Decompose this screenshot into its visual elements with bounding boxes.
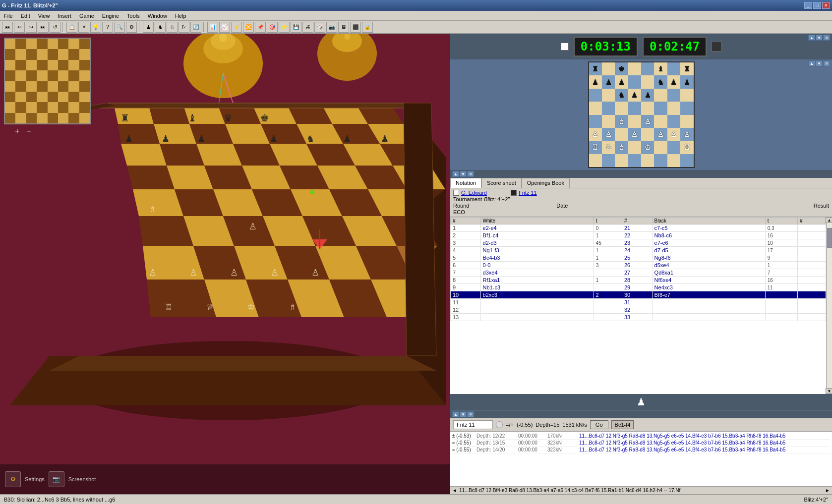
clock-panel-close[interactable]: ✕ — [823, 35, 830, 41]
tab-openings-book[interactable]: Openings Book — [522, 178, 570, 188]
line-moves[interactable]: 11...Bc8-d7 12.Nf3-g5 Ra8-d8 13.Ng5-g5 e… — [579, 440, 785, 446]
menu-insert[interactable]: Insert — [54, 12, 75, 20]
white-move[interactable]: d3xe4 — [480, 269, 594, 277]
white-move[interactable]: b2xc3 — [480, 291, 594, 299]
zoom-out-button[interactable]: − — [26, 127, 31, 136]
black-move[interactable]: Bf8-e7 — [652, 291, 765, 299]
minimize-button[interactable]: _ — [804, 2, 812, 9]
line-moves[interactable]: 11...Bc8-d7 12.Nf3-g5 Ra8-d8 13.Ng5-g5 e… — [579, 433, 785, 439]
clock-panel-scroll-down[interactable]: ▼ — [816, 35, 823, 41]
menu-tools[interactable]: Tools — [123, 12, 144, 20]
tb-btn-1[interactable]: ⏮ — [2, 22, 13, 33]
go-button[interactable]: Go — [590, 420, 608, 429]
tb-btn-29[interactable]: ⬛ — [350, 22, 361, 33]
engine-panel-scroll-up[interactable]: ▲ — [452, 411, 459, 417]
white-move[interactable] — [480, 314, 594, 321]
tb-btn-25[interactable]: 🖨 — [302, 22, 313, 33]
black-move[interactable]: d5xe4 — [652, 262, 765, 269]
tb-btn-5[interactable]: ↺ — [50, 22, 60, 33]
menu-engine[interactable]: Engine — [98, 12, 123, 20]
black-move[interactable] — [652, 306, 765, 314]
scroll-thumb[interactable] — [827, 228, 832, 248]
close-button[interactable]: ✕ — [822, 2, 830, 9]
menu-file[interactable]: File — [0, 12, 17, 20]
tb-btn-19[interactable]: ⚡ — [231, 22, 242, 33]
clock-checkbox[interactable] — [561, 43, 569, 51]
black-move[interactable]: Nf6xe4 — [652, 277, 765, 284]
tb-btn-8[interactable]: 💡 — [90, 22, 101, 33]
engine-panel-scroll-down[interactable]: ▼ — [460, 411, 467, 417]
line-moves[interactable]: 11...Bc8-d7 12.Nf3-g5 Ra8-d8 13.Ng5-g5 e… — [579, 447, 785, 452]
menu-window[interactable]: Window — [144, 12, 171, 20]
clock-stop-button[interactable] — [712, 42, 721, 52]
black-player-link[interactable]: Fritz 11 — [519, 190, 537, 196]
white-move[interactable]: 0-0 — [480, 262, 594, 269]
white-move[interactable] — [480, 299, 594, 306]
tb-btn-7[interactable]: ☀ — [78, 22, 89, 33]
scroll-track[interactable] — [827, 223, 832, 388]
white-move[interactable]: Bc4-b3 — [480, 254, 594, 262]
scroll-up-btn[interactable]: ▲ — [826, 217, 832, 223]
tb-btn-24[interactable]: 💾 — [291, 22, 301, 33]
screenshot-label[interactable]: Screenshot — [68, 476, 96, 482]
zoom-in-button[interactable]: + — [15, 127, 19, 136]
tb-btn-10[interactable]: 🔍 — [114, 22, 125, 33]
white-player-link[interactable]: G. Edward — [461, 190, 487, 196]
tb-btn-21[interactable]: 📌 — [255, 22, 266, 33]
tb-btn-13[interactable]: ♞ — [155, 22, 166, 33]
tb-btn-11[interactable]: ⚙ — [126, 22, 137, 33]
menu-view[interactable]: View — [34, 12, 54, 20]
white-move[interactable]: Bf1-c4 — [480, 232, 594, 239]
black-move[interactable]: Ne4xc3 — [652, 284, 765, 291]
tb-btn-30[interactable]: 🔒 — [362, 22, 373, 33]
tb-btn-15[interactable]: 🏳 — [178, 22, 189, 33]
tab-score-sheet[interactable]: Score sheet — [481, 178, 522, 188]
tb-btn-6[interactable]: 📋 — [66, 22, 77, 33]
settings-label[interactable]: Settings — [25, 476, 45, 482]
white-move[interactable] — [480, 306, 594, 314]
black-move[interactable]: c7-c5 — [652, 224, 765, 232]
best-move-button[interactable]: Bc1-f4 — [611, 420, 634, 429]
tb-btn-23[interactable]: ⭐ — [279, 22, 290, 33]
tb-btn-20[interactable]: 🔀 — [243, 22, 254, 33]
menu-edit[interactable]: Edit — [17, 12, 34, 20]
notation-scroll-down[interactable]: ▼ — [460, 171, 467, 177]
white-move[interactable]: e2-e4 — [480, 224, 594, 232]
mini-board-scroll-down[interactable]: ▼ — [816, 60, 823, 66]
black-move[interactable] — [652, 314, 765, 321]
mini-board-scroll-up[interactable]: ▲ — [808, 60, 815, 66]
settings-icon[interactable]: ⚙ — [5, 471, 21, 487]
tb-btn-26[interactable]: 🎲 — [314, 22, 325, 33]
tb-btn-16[interactable]: 🔄 — [190, 22, 201, 33]
tb-btn-9[interactable]: ? — [102, 22, 113, 33]
black-move[interactable]: Nb8-c6 — [652, 232, 765, 239]
notation-close[interactable]: ✕ — [467, 171, 474, 177]
black-move[interactable]: Qd8xa1 — [652, 269, 765, 277]
tb-btn-28[interactable]: 🖥 — [338, 22, 349, 33]
white-move[interactable]: Nb1-c3 — [480, 284, 594, 291]
black-move[interactable]: d7-d5 — [652, 247, 765, 254]
white-move[interactable]: Rf1xa1 — [480, 277, 594, 284]
tb-btn-12[interactable]: ♟ — [143, 22, 154, 33]
tb-btn-22[interactable]: 🎯 — [267, 22, 278, 33]
notation-scroll-up[interactable]: ▲ — [452, 171, 459, 177]
engine-panel-close[interactable]: ✕ — [467, 411, 474, 417]
engine-name-input[interactable] — [453, 420, 493, 429]
tb-btn-3[interactable]: ↪ — [26, 22, 37, 33]
tb-btn-18[interactable]: 📈 — [219, 22, 230, 33]
black-move[interactable] — [652, 299, 765, 306]
menu-game[interactable]: Game — [75, 12, 98, 20]
move-list-scrollbar[interactable]: ▲ ▼ — [826, 217, 832, 394]
bottom-scroll-right[interactable]: ► — [825, 488, 830, 493]
black-move[interactable]: e7-e6 — [652, 239, 765, 247]
scroll-down-btn[interactable]: ▼ — [826, 388, 832, 394]
tb-btn-4[interactable]: ⏭ — [38, 22, 49, 33]
bottom-scroll-left[interactable]: ◄ — [452, 488, 457, 493]
tb-btn-17[interactable]: 📊 — [207, 22, 218, 33]
tb-btn-27[interactable]: 📷 — [326, 22, 337, 33]
clock-panel-scroll-up[interactable]: ▲ — [808, 35, 815, 41]
screenshot-icon[interactable]: 📷 — [49, 471, 64, 487]
white-move[interactable]: Ng1-f3 — [480, 247, 594, 254]
mini-board-close[interactable]: ✕ — [823, 60, 830, 66]
tab-notation[interactable]: Notation — [450, 178, 481, 188]
